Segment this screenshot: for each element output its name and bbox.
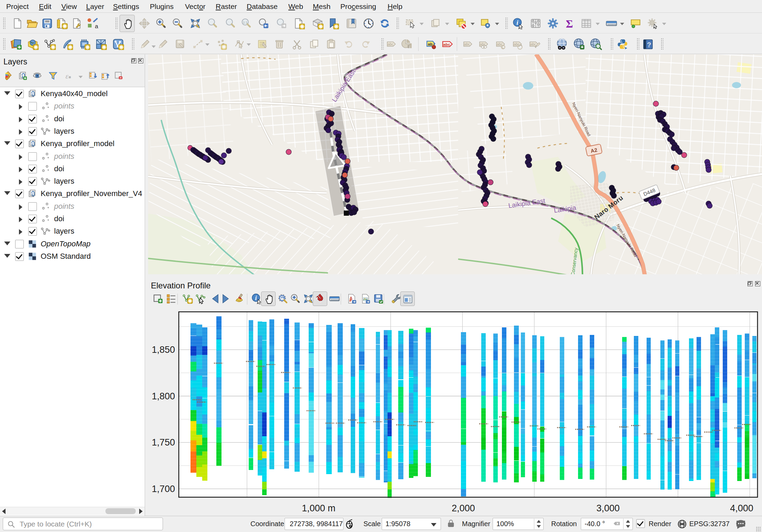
svg-text:1,000 m: 1,000 m [302,503,336,513]
svg-text:2,000: 2,000 [452,503,475,513]
svg-text:1,800: 1,800 [152,391,175,401]
svg-text:1,850: 1,850 [152,345,175,355]
svg-text:a: a [95,23,98,29]
svg-text:1:1: 1:1 [243,20,247,24]
svg-text:3,000: 3,000 [596,503,620,513]
svg-text:4,000: 4,000 [730,503,753,513]
svg-text:1,750: 1,750 [152,437,175,448]
svg-text:1,700: 1,700 [152,484,175,494]
